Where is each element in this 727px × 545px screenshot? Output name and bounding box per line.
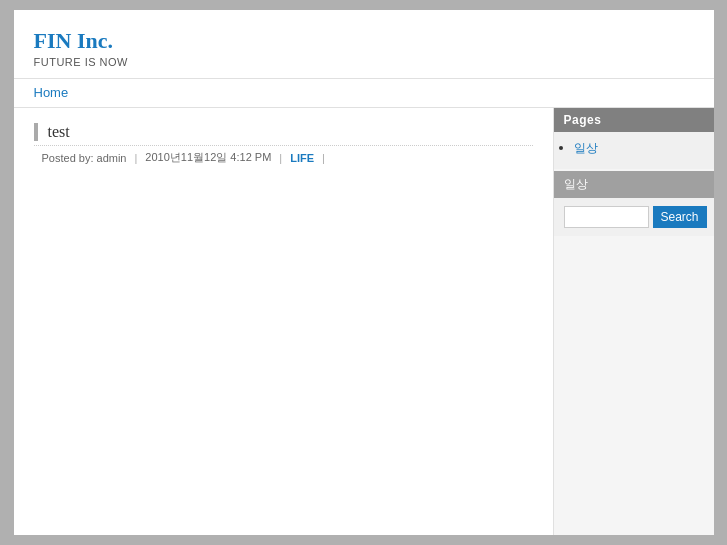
post: test Posted by: admin | 2010년11월12일 4:12… (34, 123, 533, 169)
meta-separator-2: | (279, 152, 282, 164)
sidebar-page-link[interactable]: 일상 (574, 141, 598, 155)
meta-separator-1: | (135, 152, 138, 164)
post-author: Posted by: admin (42, 152, 127, 164)
search-input[interactable] (564, 206, 649, 228)
post-title-bar: test (34, 123, 533, 141)
site-title: FIN Inc. (34, 28, 694, 54)
post-category-link[interactable]: LIFE (290, 152, 314, 164)
sidebar-pages-list: 일상 (554, 132, 714, 169)
nav-bar: Home (14, 78, 714, 108)
search-button[interactable]: Search (653, 206, 707, 228)
sidebar-archives-title: 일상 (554, 171, 714, 198)
sidebar-search: Search (554, 198, 714, 236)
nav-home-link[interactable]: Home (34, 85, 69, 100)
list-item: 일상 (574, 140, 704, 157)
page-wrapper: FIN Inc. FUTURE IS NOW Home test Posted … (0, 0, 727, 545)
header: FIN Inc. FUTURE IS NOW (14, 10, 714, 78)
sidebar-pages-title: Pages (554, 108, 714, 132)
site-tagline: FUTURE IS NOW (34, 56, 694, 68)
meta-separator-3: | (322, 152, 325, 164)
post-title: test (48, 123, 70, 140)
main-content: test Posted by: admin | 2010년11월12일 4:12… (14, 108, 554, 535)
content-area: test Posted by: admin | 2010년11월12일 4:12… (14, 108, 714, 535)
post-date: 2010년11월12일 4:12 PM (145, 150, 271, 165)
post-meta: Posted by: admin | 2010년11월12일 4:12 PM |… (34, 145, 533, 169)
site-container: FIN Inc. FUTURE IS NOW Home test Posted … (14, 10, 714, 535)
sidebar: Pages 일상 일상 Search (554, 108, 714, 535)
